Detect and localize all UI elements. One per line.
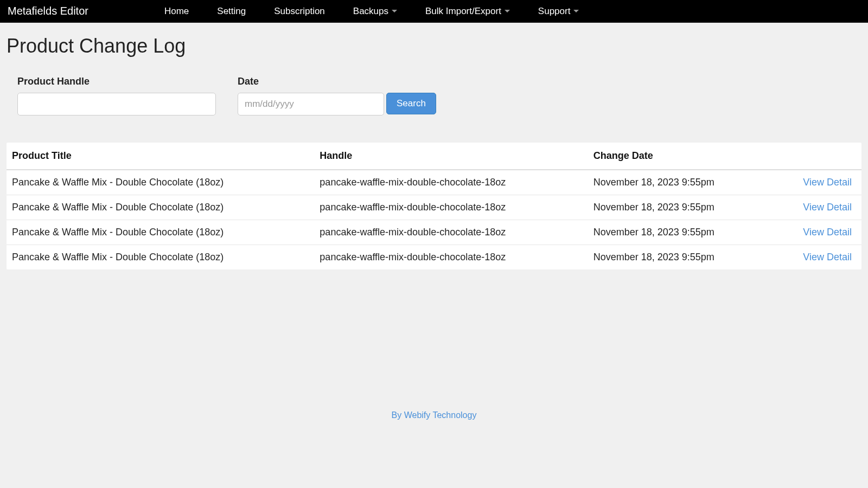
- col-header-handle: Handle: [314, 143, 588, 170]
- filter-group-handle: Product Handle: [17, 76, 216, 115]
- cell-change-date: November 18, 2023 9:55pm: [588, 195, 776, 220]
- col-header-action: [776, 143, 861, 170]
- nav-support[interactable]: Support: [538, 6, 579, 17]
- cell-change-date: November 18, 2023 9:55pm: [588, 220, 776, 245]
- date-input[interactable]: [238, 93, 384, 115]
- cell-handle: pancake-waffle-mix-double-chocolate-18oz: [314, 170, 588, 195]
- app-brand: Metafields Editor: [8, 5, 88, 17]
- navbar: Metafields Editor Home Setting Subscript…: [0, 0, 868, 23]
- nav-item-label: Support: [538, 6, 571, 17]
- cell-change-date: November 18, 2023 9:55pm: [588, 170, 776, 195]
- table-row: Pancake & Waffle Mix - Double Chocolate …: [7, 245, 861, 270]
- date-label: Date: [238, 76, 436, 87]
- table-row: Pancake & Waffle Mix - Double Chocolate …: [7, 170, 861, 195]
- view-detail-link[interactable]: View Detail: [803, 252, 852, 262]
- change-log-table-wrap: Product Title Handle Change Date Pancake…: [7, 143, 861, 269]
- cell-product-title: Pancake & Waffle Mix - Double Chocolate …: [7, 220, 314, 245]
- cell-handle: pancake-waffle-mix-double-chocolate-18oz: [314, 195, 588, 220]
- nav-bulk-import-export[interactable]: Bulk Import/Export: [425, 6, 510, 17]
- change-log-table: Product Title Handle Change Date Pancake…: [7, 143, 861, 269]
- page-title: Product Change Log: [0, 23, 868, 63]
- nav-home[interactable]: Home: [164, 6, 189, 17]
- view-detail-link[interactable]: View Detail: [803, 177, 852, 188]
- cell-change-date: November 18, 2023 9:55pm: [588, 245, 776, 270]
- view-detail-link[interactable]: View Detail: [803, 202, 852, 213]
- table-header-row: Product Title Handle Change Date: [7, 143, 861, 170]
- filter-group-date: Date Search: [238, 76, 436, 115]
- cell-product-title: Pancake & Waffle Mix - Double Chocolate …: [7, 170, 314, 195]
- nav-backups[interactable]: Backups: [353, 6, 397, 17]
- chevron-down-icon: [392, 10, 397, 12]
- col-header-title: Product Title: [7, 143, 314, 170]
- cell-product-title: Pancake & Waffle Mix - Double Chocolate …: [7, 195, 314, 220]
- nav-item-label: Setting: [217, 6, 246, 17]
- product-handle-label: Product Handle: [17, 76, 216, 87]
- chevron-down-icon: [573, 10, 579, 12]
- footer-link[interactable]: By Webify Technology: [392, 410, 477, 420]
- cell-action: View Detail: [776, 170, 861, 195]
- navbar-nav: Home Setting Subscription Backups Bulk I…: [164, 6, 579, 17]
- search-button[interactable]: Search: [386, 93, 436, 114]
- table-row: Pancake & Waffle Mix - Double Chocolate …: [7, 220, 861, 245]
- col-header-date: Change Date: [588, 143, 776, 170]
- nav-item-label: Subscription: [274, 6, 325, 17]
- cell-action: View Detail: [776, 245, 861, 270]
- cell-action: View Detail: [776, 195, 861, 220]
- nav-item-label: Bulk Import/Export: [425, 6, 501, 17]
- product-handle-input[interactable]: [17, 93, 216, 115]
- cell-product-title: Pancake & Waffle Mix - Double Chocolate …: [7, 245, 314, 270]
- cell-handle: pancake-waffle-mix-double-chocolate-18oz: [314, 220, 588, 245]
- chevron-down-icon: [505, 10, 510, 12]
- filter-row: Product Handle Date Search: [0, 63, 868, 121]
- footer: By Webify Technology: [0, 269, 868, 431]
- nav-setting[interactable]: Setting: [217, 6, 246, 17]
- view-detail-link[interactable]: View Detail: [803, 227, 852, 237]
- nav-subscription[interactable]: Subscription: [274, 6, 325, 17]
- nav-item-label: Home: [164, 6, 189, 17]
- cell-action: View Detail: [776, 220, 861, 245]
- table-row: Pancake & Waffle Mix - Double Chocolate …: [7, 195, 861, 220]
- nav-item-label: Backups: [353, 6, 388, 17]
- cell-handle: pancake-waffle-mix-double-chocolate-18oz: [314, 245, 588, 270]
